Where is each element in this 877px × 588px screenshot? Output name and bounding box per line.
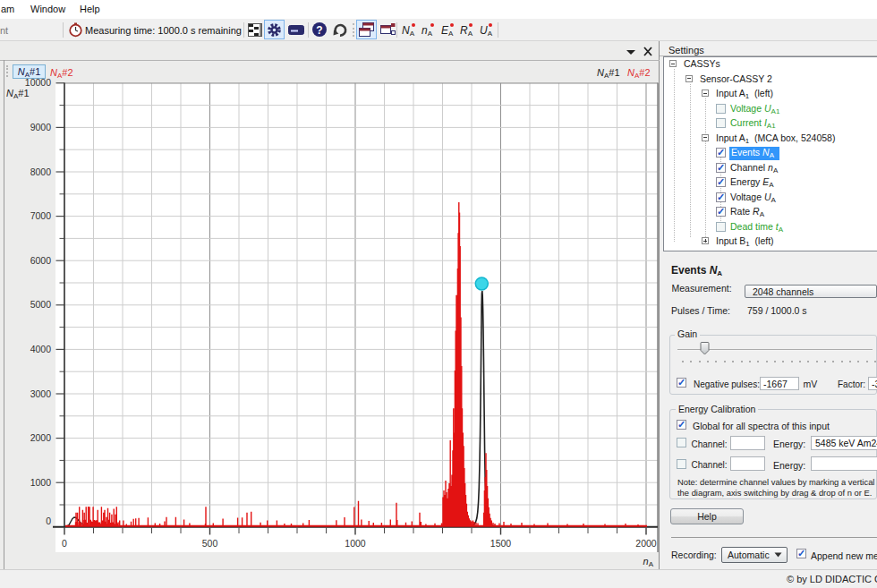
svg-text:1000: 1000	[30, 477, 52, 488]
svg-text:nA: nA	[643, 556, 654, 568]
svg-text:1500: 1500	[490, 538, 512, 549]
svg-text:6000: 6000	[30, 255, 52, 266]
svg-text:4000: 4000	[30, 344, 52, 354]
svg-text:2000: 2000	[30, 432, 52, 443]
svg-text:2000: 2000	[635, 538, 657, 549]
svg-text:500: 500	[202, 538, 218, 549]
svg-text:0: 0	[46, 516, 51, 526]
svg-text:3000: 3000	[30, 388, 52, 399]
svg-text:8000: 8000	[30, 166, 52, 177]
svg-text:1000: 1000	[345, 538, 366, 549]
svg-text:5000: 5000	[30, 299, 52, 310]
svg-text:0: 0	[62, 538, 67, 549]
svg-text:7000: 7000	[30, 210, 52, 221]
svg-text:9000: 9000	[30, 122, 52, 132]
svg-text:10000: 10000	[25, 77, 51, 88]
svg-text:?: ?	[316, 24, 322, 37]
